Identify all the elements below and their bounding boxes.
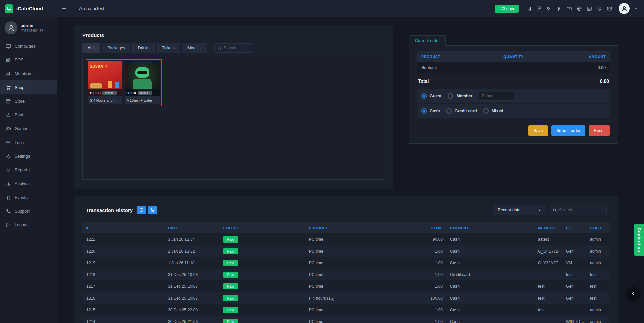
table-row[interactable]: 1220 2 Jan 26 13:32 Paid PC time 1.00 Ca… — [82, 245, 610, 257]
burger-shape — [90, 83, 102, 88]
tab-current-order[interactable]: Current order — [409, 35, 446, 46]
tab-tickets[interactable]: Tickets — [157, 43, 180, 53]
table-row[interactable]: 1219 1 Jan 26 11:18 Paid PC time 1.00 Ca… — [82, 257, 610, 269]
member-label[interactable]: Member — [456, 94, 472, 98]
sidebar-item-label: Members — [15, 71, 32, 76]
table-row[interactable]: 1214 30 Dec 25 21:53 Paid PC time 1.00 C… — [82, 316, 610, 323]
chevron-left-icon — [631, 291, 636, 296]
cart-button[interactable] — [148, 206, 157, 214]
cash-label[interactable]: Cash — [430, 109, 440, 113]
collapse-chevron-button[interactable] — [627, 287, 640, 300]
col-product: PRODUCT — [305, 226, 407, 230]
cell-member: G_DFE77D — [534, 249, 562, 254]
subtotal-value: 0.00 — [598, 65, 606, 70]
table-row[interactable]: 1221 3 Jan 26 12:34 Paid PC time 90.00 C… — [82, 233, 610, 245]
sidebar-item-label: Computers — [15, 44, 35, 49]
cell-payment: Cash — [444, 296, 534, 301]
mixed-radio[interactable] — [483, 108, 489, 114]
cell-id: 1215 — [82, 308, 164, 312]
cell-total: 1.00 — [407, 284, 444, 289]
brand[interactable]: iCafeCloud — [0, 4, 57, 13]
cell-total: 100.00 — [407, 296, 444, 301]
sidebar-item-store[interactable]: Store — [0, 94, 57, 108]
current-order-body: PRODUCT QUANTITY AMOUNT Subtotal 0.00 To… — [409, 45, 618, 144]
sidebar-item-support[interactable]: Support — [0, 204, 57, 218]
credit-card-radio[interactable] — [446, 108, 452, 114]
sidebar-profile[interactable]: admin 005193482475 — [0, 17, 57, 39]
tab-all[interactable]: ALL — [82, 43, 100, 53]
table-row[interactable]: 1217 31 Dec 25 10:07 Paid PC time 1.00 C… — [82, 280, 610, 292]
member-radio[interactable] — [448, 93, 453, 99]
transaction-controls: Recent data — [494, 205, 607, 215]
product-card[interactable]: 1339X·+ 150.00 Unlimit... G 4 Hours and … — [88, 61, 122, 104]
sidebar-item-boot[interactable]: Boot — [0, 108, 57, 122]
cell-status: Paid — [219, 272, 305, 278]
recent-data-select[interactable]: Recent data — [494, 205, 545, 215]
tab-more[interactable]: More — [182, 43, 207, 53]
reset-button[interactable]: Reset — [589, 125, 610, 136]
tab-drinks[interactable]: Drinks — [132, 43, 155, 53]
sidebar-item-label: Boot — [15, 113, 23, 117]
sidebar-item-label: Logout — [15, 223, 28, 227]
products-search-input[interactable] — [224, 46, 250, 50]
youtube-icon[interactable] — [566, 6, 572, 11]
cell-date: 31 Dec 25 10:08 — [164, 272, 219, 277]
table-row[interactable]: 1215 30 Dec 25 22:08 Paid PC time 1.00 C… — [82, 304, 610, 316]
cash-radio[interactable] — [421, 108, 427, 114]
cell-member: test — [534, 296, 562, 301]
profile-id: 005193482475 — [21, 29, 43, 33]
cell-pc: WIN-7D409I... — [562, 319, 586, 323]
products-toolbar: ALL Packages Drinks Tickets More — [82, 43, 385, 53]
cell-date: 30 Dec 25 22:08 — [164, 308, 219, 312]
reviews-icon[interactable] — [597, 6, 602, 11]
user-avatar[interactable] — [619, 3, 630, 14]
price-strip: 150.00 Unlimit... — [88, 89, 122, 96]
license-days-badge[interactable]: 273 days — [495, 5, 519, 13]
sidebar-item-label: Games — [15, 126, 28, 131]
sidebar-item-label: Store — [15, 99, 25, 104]
sidebar-item-reports[interactable]: Reports — [0, 163, 57, 177]
phone-input[interactable] — [479, 92, 516, 101]
contact-us-button[interactable]: Contact us — [634, 224, 644, 256]
chevron-down-icon[interactable] — [634, 7, 638, 10]
table-row[interactable]: 1218 31 Dec 25 10:08 Paid PC time 1.00 C… — [82, 269, 610, 280]
cell-staff: admin — [586, 261, 610, 265]
sidebar-item-pos[interactable]: POS — [0, 53, 57, 67]
stats-icon[interactable] — [526, 6, 531, 11]
table-row[interactable]: 1216 31 Dec 25 10:07 Paid F 4 hours (1S)… — [82, 292, 610, 304]
hamburger-menu-icon[interactable] — [57, 2, 70, 15]
sidebar-item-games[interactable]: Games — [0, 122, 57, 136]
col-product: PRODUCT — [421, 55, 483, 59]
top-navbar: iCafeCloud Arena aiTest 273 days — [0, 0, 644, 17]
products-grid: 1339X·+ 150.00 Unlimit... G 4 Hours and … — [82, 56, 385, 180]
sidebar-item-label: Logs — [15, 140, 24, 145]
tab-packages[interactable]: Packages — [102, 43, 130, 53]
sidebar-item-computers[interactable]: Computers — [0, 39, 57, 53]
sidebar-item-members[interactable]: Members — [0, 67, 57, 80]
refresh-button[interactable] — [137, 206, 146, 214]
order-buttons: Save Submit order Reset — [417, 125, 610, 136]
sidebar-item-shop[interactable]: Shop — [0, 80, 57, 94]
guest-radio[interactable] — [421, 93, 427, 99]
status-badge: Paid — [223, 307, 238, 313]
product-card[interactable]: 50.00 Unlimit... A 10min + water — [125, 61, 160, 104]
sidebar-item-logs[interactable]: Logs — [0, 136, 57, 149]
facebook-icon[interactable] — [556, 6, 561, 11]
guest-label[interactable]: Guest — [430, 94, 441, 98]
mixed-label[interactable]: Mixed — [492, 109, 503, 113]
sidebar-item-settings[interactable]: Settings — [0, 149, 57, 163]
rss-icon[interactable] — [546, 6, 551, 11]
mail-icon[interactable] — [607, 6, 612, 11]
transaction-search-input[interactable] — [559, 208, 585, 212]
globe-icon[interactable] — [577, 6, 582, 11]
credit-card-label[interactable]: Credit card — [455, 109, 477, 113]
billing-icon[interactable] — [587, 6, 592, 11]
submit-order-button[interactable]: Submit order — [551, 125, 586, 136]
sidebar-item-analysis[interactable]: Analysis — [0, 177, 57, 191]
twitch-icon[interactable] — [536, 6, 541, 11]
sidebar-item-logout[interactable]: Logout — [0, 218, 57, 232]
product-badge: Unlimit... — [102, 91, 117, 95]
save-button[interactable]: Save — [528, 125, 548, 136]
col-id: # — [82, 226, 164, 230]
sidebar-item-events[interactable]: Events — [0, 191, 57, 204]
